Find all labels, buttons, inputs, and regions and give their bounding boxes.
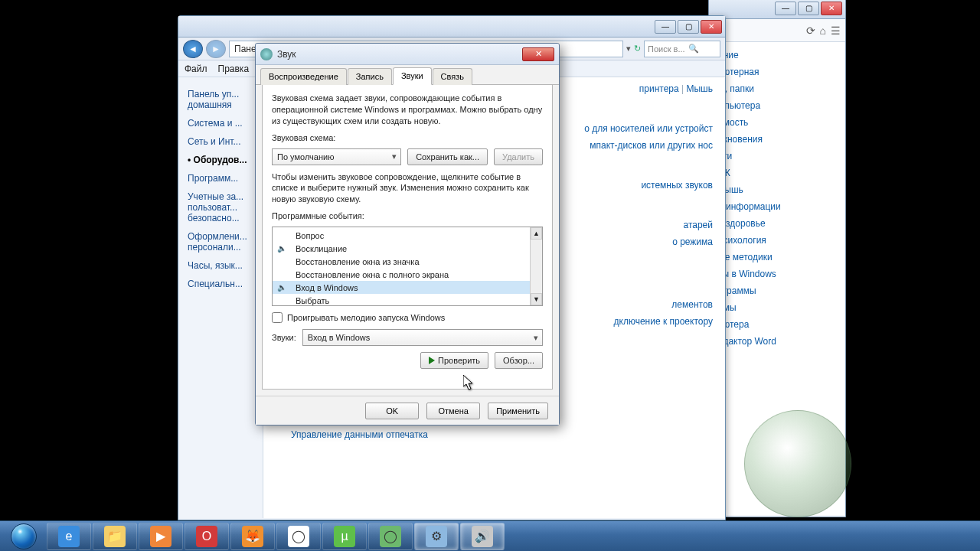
outer-link[interactable]: ограммы bbox=[718, 282, 836, 299]
link[interactable]: Мышь bbox=[687, 80, 714, 97]
start-button[interactable] bbox=[3, 523, 44, 550]
close-button[interactable]: ✕ bbox=[701, 20, 722, 34]
outer-link[interactable]: сти bbox=[718, 148, 836, 165]
event-item[interactable]: Выбрать bbox=[273, 294, 542, 306]
category-item[interactable]: Оборудов... bbox=[188, 151, 263, 169]
dialog-titlebar: Звук ✕ bbox=[256, 44, 559, 65]
coowon-icon: ◯ bbox=[380, 526, 401, 547]
apply-button[interactable]: Применить bbox=[488, 403, 548, 419]
taskbar-wmp[interactable]: ▶ bbox=[139, 523, 183, 550]
save-as-button[interactable]: Сохранить как... bbox=[407, 148, 488, 165]
outer-link[interactable]: е информации bbox=[718, 198, 836, 215]
category-item[interactable]: Учетные за... пользоват... безопасно... bbox=[188, 187, 263, 227]
reload-icon[interactable]: ⟳ bbox=[806, 24, 815, 37]
event-item[interactable]: 🔈Вход в Windows bbox=[273, 281, 542, 294]
outer-link[interactable]: мышь bbox=[718, 181, 836, 198]
min-button[interactable]: — bbox=[655, 20, 676, 34]
link[interactable]: принтера bbox=[639, 80, 679, 97]
speaker-icon bbox=[277, 231, 286, 240]
forward-button[interactable]: ► bbox=[206, 40, 226, 58]
play-startup-checkbox[interactable]: Проигрывать мелодию запуска Windows bbox=[272, 312, 543, 323]
outer-link[interactable]: мпьютера bbox=[718, 97, 836, 114]
outer-link[interactable]: едактор Word bbox=[718, 333, 836, 350]
video-watermark bbox=[744, 410, 851, 517]
dialog-title: Звук bbox=[277, 49, 296, 60]
category-item[interactable]: Оформлени... персонали... bbox=[188, 227, 263, 256]
wmp-icon: ▶ bbox=[150, 526, 172, 547]
outer-link[interactable]: ты в Windows bbox=[718, 266, 836, 282]
dialog-close[interactable]: ✕ bbox=[522, 47, 554, 61]
outer-link[interactable]: ьютерная bbox=[718, 64, 836, 80]
browse-button[interactable]: Обзор... bbox=[495, 352, 543, 369]
menu-file[interactable]: Файл bbox=[185, 64, 207, 74]
taskbar-panel[interactable]: ⚙ bbox=[414, 523, 459, 550]
scheme-combo[interactable]: По умолчанию bbox=[272, 148, 401, 165]
speaker-icon bbox=[277, 296, 286, 305]
outer-link[interactable]: ы, папки bbox=[718, 80, 836, 97]
tab-Звуки[interactable]: Звуки bbox=[393, 67, 432, 85]
scroll-up[interactable]: ▲ bbox=[531, 227, 542, 240]
max-button[interactable]: ▢ bbox=[678, 20, 699, 34]
outer-link[interactable]: ьютера bbox=[718, 316, 836, 333]
outer-link[interactable]: ПК bbox=[718, 165, 836, 181]
scroll-down[interactable]: ▼ bbox=[531, 293, 542, 305]
outer-link[interactable]: психология bbox=[718, 232, 836, 249]
outer-max[interactable]: ▢ bbox=[798, 2, 819, 15]
outer-link[interactable]: ые методики bbox=[718, 249, 836, 266]
event-item[interactable]: Вопрос bbox=[273, 229, 542, 242]
taskbar-sound[interactable]: 🔊 bbox=[460, 523, 505, 550]
taskbar-ie[interactable]: e bbox=[47, 523, 91, 550]
events-description: Чтобы изменить звуковое сопровождение, щ… bbox=[272, 171, 543, 206]
taskbar-explorer[interactable]: 📁 bbox=[93, 523, 137, 550]
sound-combo[interactable]: Вход в Windows bbox=[302, 329, 543, 346]
category-item[interactable]: Программ... bbox=[188, 169, 263, 187]
taskbar-opera[interactable]: O bbox=[185, 523, 229, 550]
outer-min[interactable]: — bbox=[775, 2, 796, 15]
sound-icon: 🔊 bbox=[472, 526, 493, 547]
event-item[interactable]: Восстановление окна с полного экрана bbox=[273, 268, 542, 281]
mouse-cursor bbox=[463, 375, 474, 390]
outer-link[interactable]: икновения bbox=[718, 131, 836, 148]
menu-edit[interactable]: Правка bbox=[218, 64, 250, 74]
category-item[interactable]: Специальн... bbox=[188, 275, 263, 293]
category-item[interactable]: Система и ... bbox=[188, 114, 263, 132]
outer-close[interactable]: ✕ bbox=[821, 2, 842, 15]
outer-link[interactable]: ение bbox=[718, 47, 836, 64]
home-icon[interactable]: ⌂ bbox=[820, 24, 826, 37]
category-item[interactable]: Часы, язык... bbox=[188, 256, 263, 275]
outer-link[interactable]: имость bbox=[718, 114, 836, 131]
back-button[interactable]: ◄ bbox=[183, 40, 203, 58]
taskbar-coowon[interactable]: ◯ bbox=[368, 523, 413, 550]
ok-button[interactable]: OK bbox=[365, 403, 419, 419]
category-nav: Панель уп... домашняяСистема и ...Сеть и… bbox=[178, 77, 263, 518]
menu-icon[interactable]: ☰ bbox=[831, 24, 841, 37]
chrome-icon: ◯ bbox=[288, 526, 309, 547]
explorer-icon: 📁 bbox=[104, 526, 126, 547]
link[interactable]: истемных звуков bbox=[641, 177, 713, 194]
events-listbox[interactable]: Вопрос🔈ВосклицаниеВосстановление окна из… bbox=[272, 227, 543, 306]
event-item[interactable]: Восстановление окна из значка bbox=[273, 255, 542, 268]
outer-link[interactable]: емы bbox=[718, 299, 836, 316]
sound-dialog: Звук ✕ ВоспроизведениеЗаписьЗвукиСвязь З… bbox=[255, 43, 560, 425]
taskbar-utorrent[interactable]: µ bbox=[322, 523, 367, 550]
delete-button: Удалить bbox=[494, 148, 543, 165]
tab-Связь[interactable]: Связь bbox=[433, 68, 472, 85]
category-item[interactable]: Сеть и Инт... bbox=[188, 132, 263, 151]
event-item[interactable]: 🔈Восклицание bbox=[273, 242, 542, 255]
test-button[interactable]: Проверить bbox=[420, 352, 488, 369]
cancel-button[interactable]: Отмена bbox=[426, 403, 480, 419]
ie-icon: e bbox=[58, 526, 80, 547]
speaker-icon: 🔈 bbox=[277, 283, 286, 292]
category-item[interactable]: Панель уп... домашняя bbox=[188, 85, 263, 114]
utorrent-icon: µ bbox=[334, 526, 355, 547]
scrollbar[interactable]: ▲ ▼ bbox=[530, 227, 542, 305]
outer-link[interactable]: и здоровье bbox=[718, 215, 836, 232]
tabstrip: ВоспроизведениеЗаписьЗвукиСвязь bbox=[256, 65, 559, 85]
link[interactable]: Управление данными отпечатка bbox=[276, 426, 713, 443]
startup-melody-checkbox[interactable] bbox=[272, 312, 283, 323]
taskbar-firefox[interactable]: 🦊 bbox=[230, 523, 275, 550]
search-input[interactable]: Поиск в... 🔍 bbox=[644, 41, 720, 57]
tab-Запись[interactable]: Запись bbox=[348, 68, 392, 85]
taskbar-chrome[interactable]: ◯ bbox=[276, 523, 321, 550]
tab-Воспроизведение[interactable]: Воспроизведение bbox=[260, 68, 347, 85]
